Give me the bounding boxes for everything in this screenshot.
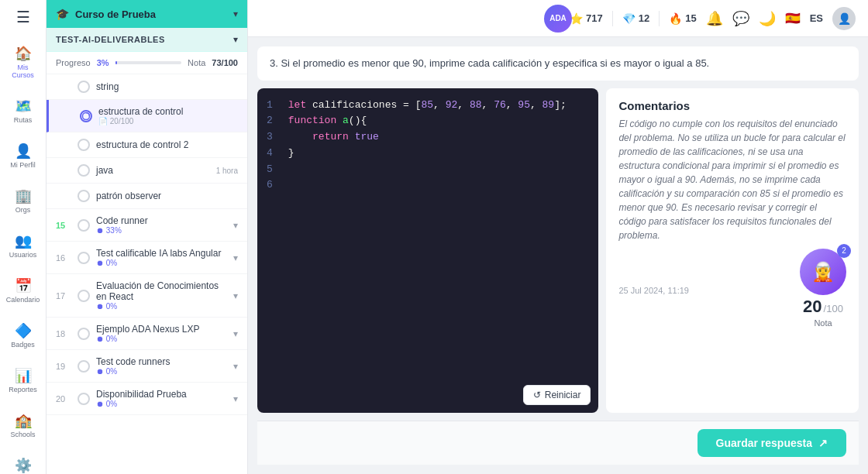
content-area: 3. Si el promedio es menor que 90, impri… <box>248 37 868 474</box>
reset-icon: ↺ <box>533 390 541 400</box>
save-label: Guardar respuesta <box>716 437 813 449</box>
problem-description: 3. Si el promedio es menor que 90, impri… <box>257 46 859 81</box>
code-editor[interactable]: 1 2 3 4 5 6 let calificaciones = [85, 92… <box>257 88 598 414</box>
lesson-status-circle <box>78 328 90 340</box>
code-line: let calificaciones = [85, 92, 88, 76, 95… <box>288 98 590 114</box>
line-numbers: 1 2 3 4 5 6 <box>267 98 273 404</box>
comments-section: Comentarios El código no cumple con los … <box>606 88 859 414</box>
schools-icon: 🏫 <box>15 412 32 429</box>
sidebar-item-calendario[interactable]: 📅 Calendario <box>3 273 43 308</box>
top-bar: ADA ⭐ 717 💎 12 🔥 15 🔔 💬 🌙 🇪🇸 ES 👤 <box>248 0 868 37</box>
list-item[interactable]: string <box>46 74 247 100</box>
sidebar-item-mi-perfil[interactable]: 👤 Mi Perfil <box>3 138 43 173</box>
chevron-down-icon[interactable]: ▾ <box>233 9 238 19</box>
chevron-down-icon[interactable]: ▾ <box>233 393 238 404</box>
stars-count: 717 <box>586 12 603 24</box>
reset-label: Reiniciar <box>545 390 581 400</box>
lesson-status-circle <box>78 290 90 302</box>
language-label[interactable]: ES <box>810 12 823 24</box>
code-line: } <box>288 146 590 162</box>
chevron-down-icon[interactable]: ▾ <box>233 220 238 231</box>
chevron-down-icon[interactable]: ▾ <box>233 34 238 45</box>
chat-icon[interactable]: 💬 <box>732 10 749 27</box>
lesson-status-circle <box>78 219 90 232</box>
gem-icon: 💎 <box>622 12 636 25</box>
sidebar-item-mis-cursos[interactable]: 🏠 Mis Cursos <box>3 40 43 84</box>
chevron-down-icon[interactable]: ▾ <box>233 290 238 301</box>
course-header-left: 🎓 Curso de Prueba <box>56 8 156 20</box>
progress-percent: 3% <box>97 58 109 67</box>
lesson-list: string estructura de control 📄 20/100 es… <box>46 74 247 474</box>
list-item[interactable]: 19 Test code runners ⏺ 0% ▾ <box>46 350 247 383</box>
sidebar-item-usuarios[interactable]: 👥 Usuarios <box>3 228 43 263</box>
sidebar-item-plataform[interactable]: ⚙️ Plataform <box>3 452 43 474</box>
progress-bar-fill <box>115 61 118 64</box>
flames-count: 15 <box>685 12 696 24</box>
nota-label: Nota <box>188 58 205 67</box>
nota-value: 73/100 <box>212 58 238 67</box>
badge-icon: 🔷 <box>15 322 32 339</box>
sidebar-item-reportes[interactable]: 📊 Reportes <box>3 362 43 398</box>
lesson-status-circle <box>78 252 90 264</box>
divider <box>612 11 613 26</box>
lesson-status-circle <box>78 81 90 93</box>
platform-icon: ⚙️ <box>15 457 32 474</box>
bell-icon[interactable]: 🔔 <box>706 10 723 27</box>
list-item[interactable]: 16 Test calificable IA labs Angular ⏺ 0%… <box>46 242 247 274</box>
sidebar-item-label: Orgs <box>16 206 31 214</box>
chevron-down-icon[interactable]: ▾ <box>233 252 238 263</box>
sidebar-item-schools[interactable]: 🏫 Schools <box>3 407 43 443</box>
users-icon: 👥 <box>15 232 32 249</box>
code-area[interactable]: 1 2 3 4 5 6 let calificaciones = [85, 92… <box>257 88 598 414</box>
list-item[interactable]: estructura de control 2 <box>46 132 247 158</box>
sidebar-item-label: Schools <box>10 431 35 438</box>
code-line: return true <box>288 129 590 146</box>
list-item[interactable]: 17 Evaluación de Conocimientos en React … <box>46 274 247 318</box>
sidebar-item-label: Badges <box>11 341 35 349</box>
reset-button[interactable]: ↺ Reiniciar <box>523 385 591 405</box>
unit-header[interactable]: TEST-AI-DELIVERABLES ▾ <box>46 28 247 52</box>
list-item[interactable]: 20 Disponibilidad Prueba ⏺ 0% ▾ <box>46 383 247 415</box>
moon-icon[interactable]: 🌙 <box>759 10 776 27</box>
list-item[interactable]: java 1 hora <box>46 158 247 184</box>
course-header[interactable]: 🎓 Curso de Prueba ▾ <box>46 0 247 28</box>
sidebar-item-label: Usuarios <box>9 251 37 259</box>
sidebar-item-label: Mi Perfil <box>10 161 36 169</box>
home-icon: 🏠 <box>15 45 32 62</box>
chevron-down-icon[interactable]: ▾ <box>233 328 238 339</box>
calendar-icon: 📅 <box>15 277 32 294</box>
unit-title: TEST-AI-DELIVERABLES <box>56 35 165 44</box>
score-total: /100 <box>824 303 843 314</box>
notification-badge: 2 <box>837 244 851 258</box>
sidebar-item-badges[interactable]: 🔷 Badges <box>3 318 43 353</box>
map-icon: 🗺️ <box>15 98 32 115</box>
chevron-down-icon[interactable]: ▾ <box>233 361 238 372</box>
language-flag[interactable]: 🇪🇸 <box>785 11 801 26</box>
comments-body: El código no cumple con los requisitos d… <box>618 117 846 242</box>
progress-section: Progreso 3% Nota 73/100 <box>46 52 247 74</box>
list-item[interactable]: patrón observer <box>46 184 247 209</box>
lesson-status-circle <box>78 139 90 151</box>
score-value: 20 <box>803 297 822 317</box>
main-content: ADA ⭐ 717 💎 12 🔥 15 🔔 💬 🌙 🇪🇸 ES 👤 3. Si … <box>248 0 868 474</box>
sidebar-item-rutas[interactable]: 🗺️ Rutas <box>3 93 43 129</box>
gems-count: 12 <box>639 12 649 24</box>
flames-stat: 🔥 15 <box>669 12 696 25</box>
avatar[interactable]: 👤 <box>832 7 856 30</box>
lesson-status-circle <box>78 164 90 177</box>
list-item[interactable]: estructura de control 📄 20/100 <box>46 100 247 132</box>
course-icon: 🎓 <box>56 8 69 20</box>
save-button[interactable]: Guardar respuesta ↗ <box>698 429 847 457</box>
problem-text: 3. Si el promedio es menor que 90, impri… <box>270 57 709 69</box>
sidebar-item-label: Rutas <box>14 116 33 124</box>
list-item[interactable]: 18 Ejemplo ADA Nexus LXP ⏺ 0% ▾ <box>46 318 247 350</box>
stars-stat: ⭐ 717 <box>570 12 603 25</box>
lesson-status-circle <box>78 393 90 405</box>
course-title: Curso de Prueba <box>75 9 156 20</box>
code-content[interactable]: let calificaciones = [85, 92, 88, 76, 95… <box>288 98 590 404</box>
hamburger-icon[interactable]: ☰ <box>16 8 30 26</box>
list-item[interactable]: 15 Code runner ⏺ 33% ▾ <box>46 209 247 242</box>
lesson-status-circle <box>78 190 90 202</box>
sidebar-item-orgs[interactable]: 🏢 Orgs <box>3 183 43 218</box>
code-line: function a(){ <box>288 113 590 129</box>
